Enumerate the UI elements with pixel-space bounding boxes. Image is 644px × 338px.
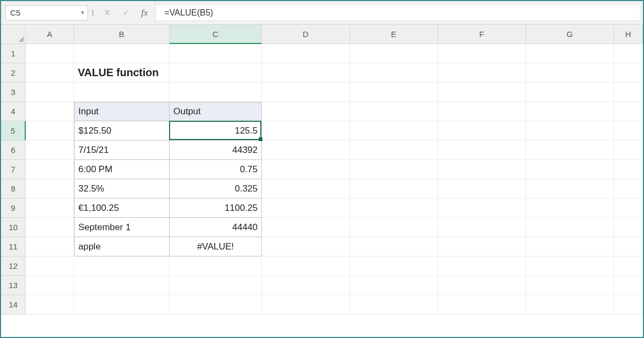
cell-C10[interactable]: 44440 [170, 218, 262, 237]
cell-G7[interactable] [526, 160, 614, 179]
cell-B11[interactable]: apple [74, 237, 170, 256]
row-header-14[interactable]: 14 [1, 295, 26, 314]
cell-F1[interactable] [438, 44, 526, 63]
column-header-D[interactable]: D [262, 25, 350, 44]
cell-E3[interactable] [350, 83, 438, 102]
cell-G9[interactable] [526, 199, 614, 218]
cell-D9[interactable] [262, 199, 350, 218]
cell-H8[interactable] [614, 179, 643, 199]
cell-H1[interactable] [614, 44, 643, 63]
cell-F13[interactable] [438, 276, 526, 295]
cell-F14[interactable] [438, 295, 526, 314]
row-header-11[interactable]: 11 [1, 237, 26, 256]
cell-F4[interactable] [438, 102, 526, 121]
cell-C5[interactable]: 125.5 [170, 121, 262, 141]
select-all-corner[interactable] [1, 25, 26, 44]
cell-B14[interactable] [74, 295, 170, 314]
cell-G2[interactable] [526, 63, 614, 83]
cell-E13[interactable] [350, 276, 438, 295]
cell-G6[interactable] [526, 141, 614, 160]
cell-G14[interactable] [526, 295, 614, 314]
cell-B5[interactable]: $125.50 [74, 121, 170, 141]
cell-G3[interactable] [526, 83, 614, 102]
cell-D4[interactable] [262, 102, 350, 121]
column-header-E[interactable]: E [350, 25, 438, 44]
cell-A10[interactable] [26, 218, 74, 237]
cell-C11[interactable]: #VALUE! [170, 237, 262, 256]
cell-G1[interactable] [526, 44, 614, 63]
cell-F11[interactable] [438, 237, 526, 256]
cell-F9[interactable] [438, 199, 526, 218]
cell-F12[interactable] [438, 256, 526, 276]
cell-B9[interactable]: €1,100.25 [74, 199, 170, 218]
cell-H9[interactable] [614, 199, 643, 218]
cell-D8[interactable] [262, 179, 350, 199]
column-header-B[interactable]: B [74, 25, 170, 44]
column-header-A[interactable]: A [26, 25, 74, 44]
row-header-7[interactable]: 7 [1, 160, 26, 179]
cell-H6[interactable] [614, 141, 643, 160]
cell-G8[interactable] [526, 179, 614, 199]
cell-F10[interactable] [438, 218, 526, 237]
cell-E1[interactable] [350, 44, 438, 63]
cell-D3[interactable] [262, 83, 350, 102]
formula-input[interactable]: =VALUE(B5) [156, 4, 640, 21]
cell-H5[interactable] [614, 121, 643, 141]
row-header-2[interactable]: 2 [1, 63, 26, 83]
cell-D12[interactable] [262, 256, 350, 276]
cell-B3[interactable] [74, 83, 170, 102]
cell-D2[interactable] [262, 63, 350, 83]
cell-B12[interactable] [74, 256, 170, 276]
cell-D5[interactable] [262, 121, 350, 141]
cell-C7[interactable]: 0.75 [170, 160, 262, 179]
cell-E4[interactable] [350, 102, 438, 121]
cancel-icon[interactable]: ✕ [104, 9, 111, 17]
cell-A4[interactable] [26, 102, 74, 121]
cell-A13[interactable] [26, 276, 74, 295]
cell-C3[interactable] [170, 83, 262, 102]
cell-C14[interactable] [170, 295, 262, 314]
chevron-down-icon[interactable]: ▼ [80, 10, 85, 16]
row-header-5[interactable]: 5 [1, 121, 26, 141]
row-header-12[interactable]: 12 [1, 256, 26, 276]
cell-G12[interactable] [526, 256, 614, 276]
cell-A12[interactable] [26, 256, 74, 276]
cell-B6[interactable]: 7/15/21 [74, 141, 170, 160]
cell-C2[interactable] [170, 63, 262, 83]
cell-F6[interactable] [438, 141, 526, 160]
row-header-9[interactable]: 9 [1, 199, 26, 218]
cell-B10[interactable]: September 1 [74, 218, 170, 237]
cell-A7[interactable] [26, 160, 74, 179]
cell-G5[interactable] [526, 121, 614, 141]
cell-H10[interactable] [614, 218, 643, 237]
cell-G11[interactable] [526, 237, 614, 256]
row-header-1[interactable]: 1 [1, 44, 26, 63]
cell-C4[interactable]: Output [170, 102, 262, 121]
cell-E14[interactable] [350, 295, 438, 314]
spreadsheet-grid[interactable]: ABCDEFGH12VALUE function34InputOutput5$1… [1, 25, 643, 314]
row-header-6[interactable]: 6 [1, 141, 26, 160]
cell-E7[interactable] [350, 160, 438, 179]
cell-G10[interactable] [526, 218, 614, 237]
cell-H4[interactable] [614, 102, 643, 121]
cell-D13[interactable] [262, 276, 350, 295]
cell-G4[interactable] [526, 102, 614, 121]
cell-E8[interactable] [350, 179, 438, 199]
cell-B1[interactable] [74, 44, 170, 63]
cell-C13[interactable] [170, 276, 262, 295]
cell-B13[interactable] [74, 276, 170, 295]
cell-H2[interactable] [614, 63, 643, 83]
cell-F8[interactable] [438, 179, 526, 199]
cell-C1[interactable] [170, 44, 262, 63]
column-header-H[interactable]: H [614, 25, 643, 44]
column-header-F[interactable]: F [438, 25, 526, 44]
cell-E2[interactable] [350, 63, 438, 83]
cell-A8[interactable] [26, 179, 74, 199]
cell-H13[interactable] [614, 276, 643, 295]
cell-H14[interactable] [614, 295, 643, 314]
cell-D7[interactable] [262, 160, 350, 179]
cell-B2[interactable]: VALUE function [74, 63, 170, 83]
row-header-3[interactable]: 3 [1, 83, 26, 102]
cell-H7[interactable] [614, 160, 643, 179]
cell-A11[interactable] [26, 237, 74, 256]
